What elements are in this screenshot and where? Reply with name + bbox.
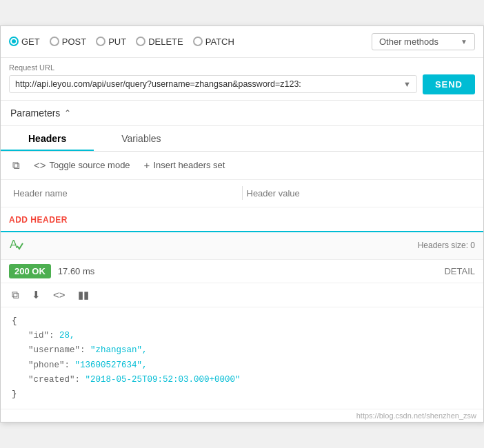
resp-code-button[interactable]: <> [50, 287, 68, 302]
header-value-input[interactable] [243, 185, 476, 201]
headers-size-label: Headers size: 0 [418, 241, 475, 250]
footer-link: https://blog.csdn.net/shenzhen_zsw [356, 411, 476, 420]
url-input-wrapper[interactable]: http://api.leyou.com/api/user/query?user… [9, 75, 417, 93]
resp-download-button[interactable]: ⬇ [29, 287, 43, 303]
method-patch-label: PATCH [205, 37, 234, 47]
radio-get [9, 37, 19, 46]
response-time: 17.60 ms [58, 266, 94, 276]
headers-toolbar: ⧉ <> Toggle source mode + Insert headers… [1, 152, 483, 180]
insert-headers-label: Insert headers set [153, 160, 225, 170]
url-label: Request URL [9, 63, 475, 72]
chevron-down-icon: ▼ [461, 38, 467, 45]
parameters-row: Parameters ⌃ [1, 101, 483, 126]
json-phone-val: "13600527634", [75, 360, 148, 370]
parameters-label: Parameters [10, 108, 60, 119]
response-bar: 200 OK 17.60 ms DETAIL [1, 260, 483, 283]
json-phone-key: "phone": [28, 360, 70, 370]
chevron-up-icon[interactable]: ⌃ [64, 108, 71, 118]
json-open-brace: { [12, 314, 472, 329]
tab-headers[interactable]: Headers [1, 126, 94, 151]
other-methods-dropdown[interactable]: Other methods ▼ [372, 33, 475, 50]
json-phone-row: "phone": "13600527634", [12, 358, 472, 373]
json-id-val: 28, [59, 331, 75, 340]
status-bar: A Headers size: 0 [1, 232, 483, 260]
method-get[interactable]: GET [9, 37, 40, 47]
json-output: { "id": 28, "username": "zhangsan", "pho… [1, 307, 483, 409]
resp-grid-button[interactable]: ▮▮ [75, 287, 92, 303]
header-name-input[interactable] [9, 185, 242, 201]
send-button[interactable]: SEND [423, 74, 475, 94]
method-patch[interactable]: PATCH [193, 37, 234, 47]
resp-copy-icon: ⧉ [12, 289, 19, 301]
resp-grid-icon: ▮▮ [78, 289, 89, 301]
toggle-source-label: Toggle source mode [50, 160, 130, 170]
json-username-key: "username": [28, 345, 85, 355]
response-toolbar: ⧉ ⬇ <> ▮▮ [1, 283, 483, 307]
status-badge: 200 OK [9, 264, 51, 278]
plus-icon: + [144, 159, 150, 171]
json-id-row: "id": 28, [12, 329, 472, 343]
copy-button[interactable]: ⧉ [9, 157, 23, 174]
json-username-val: "zhangsan", [90, 345, 148, 355]
json-id-key: "id": [28, 331, 54, 340]
method-put-label: PUT [108, 37, 126, 47]
url-value: http://api.leyou.com/api/user/query?user… [15, 79, 403, 89]
other-methods-label: Other methods [379, 37, 438, 47]
resp-download-icon: ⬇ [32, 289, 41, 301]
json-username-row: "username": "zhangsan", [12, 343, 472, 358]
url-input-row: http://api.leyou.com/api/user/query?user… [9, 74, 475, 94]
method-get-label: GET [21, 37, 40, 47]
method-delete-label: DELETE [148, 37, 183, 47]
radio-delete [136, 37, 145, 46]
radio-patch [193, 37, 203, 46]
methods-bar: GET POST PUT DELETE PATCH Other methods … [1, 26, 483, 58]
json-created-key: "created": [28, 375, 80, 385]
toggle-source-button[interactable]: <> Toggle source mode [30, 157, 134, 173]
method-post[interactable]: POST [50, 37, 86, 47]
json-created-val: "2018-05-25T09:52:03.000+0000" [85, 375, 241, 385]
resp-copy-button[interactable]: ⧉ [9, 287, 22, 303]
tab-variables[interactable]: Variables [94, 126, 188, 151]
radio-post [50, 37, 59, 46]
spellcheck-icon: A [9, 236, 24, 255]
url-dropdown-icon[interactable]: ▼ [403, 80, 411, 88]
method-post-label: POST [62, 37, 86, 47]
method-delete[interactable]: DELETE [136, 37, 183, 47]
insert-headers-button[interactable]: + Insert headers set [141, 157, 229, 173]
code-icon: <> [34, 159, 46, 171]
copy-icon: ⧉ [12, 159, 20, 172]
add-header-row: ADD HEADER [1, 207, 483, 232]
json-close-brace: } [12, 387, 472, 402]
main-container: GET POST PUT DELETE PATCH Other methods … [0, 26, 484, 423]
radio-put [96, 37, 105, 46]
url-bar: Request URL http://api.leyou.com/api/use… [1, 58, 483, 101]
svg-text:A: A [10, 238, 18, 251]
add-header-button[interactable]: ADD HEADER [9, 215, 68, 225]
header-input-row [1, 180, 483, 207]
json-created-row: "created": "2018-05-25T09:52:03.000+0000… [12, 373, 472, 387]
method-put[interactable]: PUT [96, 37, 126, 47]
tabs-bar: Headers Variables [1, 126, 483, 152]
resp-code-icon: <> [53, 289, 65, 301]
footer-bar: https://blog.csdn.net/shenzhen_zsw [1, 409, 483, 422]
detail-link[interactable]: DETAIL [444, 266, 475, 276]
